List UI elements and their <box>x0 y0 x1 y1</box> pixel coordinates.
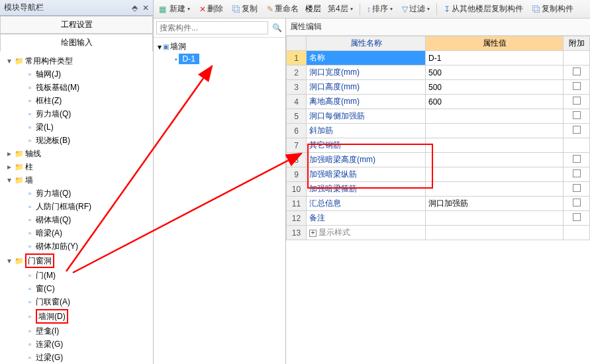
property-value[interactable] <box>426 167 564 182</box>
tree-label: 人防门框墙(RF) <box>36 201 91 212</box>
attach-checkbox[interactable] <box>564 95 590 109</box>
component-item[interactable]: ▪D-1 <box>156 53 283 65</box>
tree-node[interactable]: ▫过梁(G) <box>15 351 152 364</box>
property-row[interactable]: 4离地高度(mm)600 <box>287 95 590 109</box>
leaf-icon: ▫ <box>25 189 34 198</box>
tree-node[interactable]: ▾📁墙 <box>4 173 152 187</box>
property-value[interactable] <box>426 124 564 138</box>
tree-node[interactable]: ▫砌体加筋(Y) <box>15 240 152 253</box>
tree-node[interactable]: ▫现浇板(B) <box>15 134 152 147</box>
new-button[interactable]: ▦新建▾ <box>156 2 193 16</box>
copy-from-button[interactable]: ↧从其他楼层复制构件 <box>441 2 526 16</box>
tree-node[interactable]: ▫砌体墙(Q) <box>15 213 152 226</box>
property-row[interactable]: 10加强暗梁箍筋 <box>287 182 590 197</box>
tree-label: 连梁(G) <box>36 338 63 350</box>
property-row[interactable]: 11汇总信息洞口加强筋 <box>287 197 590 211</box>
copy-button[interactable]: ⿻复制 <box>230 2 260 16</box>
property-row[interactable]: 5洞口每侧加强筋 <box>287 109 590 124</box>
tree-label: 砌体墙(Q) <box>36 214 71 226</box>
property-value[interactable]: 洞口加强筋 <box>426 197 564 211</box>
tree-node[interactable]: ▫壁龛(I) <box>15 324 152 338</box>
search-input[interactable] <box>156 21 268 34</box>
property-row[interactable]: 2洞口宽度(mm)500 <box>287 66 590 80</box>
property-value[interactable] <box>426 109 564 124</box>
tree-node[interactable]: ▾📁常用构件类型 <box>4 54 152 68</box>
pin-icon[interactable]: ⬘ <box>132 3 138 13</box>
tree-node[interactable]: ▫暗梁(A) <box>15 226 152 240</box>
attach-checkbox[interactable] <box>564 109 590 124</box>
tree-label: 门联窗(A) <box>36 296 70 308</box>
property-value[interactable]: D-1 <box>426 51 564 66</box>
property-value[interactable] <box>426 211 564 226</box>
property-name: 汇总信息 <box>307 197 426 211</box>
attach-checkbox[interactable] <box>564 124 590 138</box>
attach-checkbox[interactable] <box>564 167 590 182</box>
property-row[interactable]: 12备注 <box>287 211 590 226</box>
property-name: 名称 <box>307 51 426 66</box>
tree-node[interactable]: ▾📁门窗洞 <box>4 253 152 269</box>
property-value[interactable]: 500 <box>426 80 564 95</box>
leaf-icon: ▫ <box>25 69 34 79</box>
folder-icon: 📁 <box>15 175 24 185</box>
property-row[interactable]: 13+ 显示样式 <box>287 226 590 240</box>
property-row[interactable]: 1名称D-1 <box>287 51 590 66</box>
property-row[interactable]: 3洞口高度(mm)500 <box>287 80 590 95</box>
attach-checkbox[interactable] <box>564 80 590 95</box>
nav-tree[interactable]: ▾📁常用构件类型▫轴网(J)▫筏板基础(M)▫框柱(Z)▫剪力墙(Q)▫梁(L)… <box>1 54 152 364</box>
close-icon[interactable]: ✕ <box>142 3 149 13</box>
tree-node[interactable]: ▫门(M) <box>15 269 152 282</box>
delete-button[interactable]: ✕删除 <box>197 2 226 16</box>
tab-project-settings[interactable]: 工程设置 <box>0 16 153 34</box>
layer-selector[interactable]: 第4层▾ <box>325 2 356 16</box>
filter-button[interactable]: ▽过滤▾ <box>399 2 432 16</box>
property-value[interactable]: 500 <box>426 66 564 80</box>
tree-node[interactable]: ▫梁(L) <box>15 120 152 134</box>
property-row[interactable]: 6斜加筋 <box>287 124 590 138</box>
property-row[interactable]: 7其它钢筋 <box>287 138 590 153</box>
sort-button[interactable]: ↕排序▾ <box>364 2 395 16</box>
attach-checkbox[interactable] <box>564 197 590 211</box>
attach-checkbox[interactable] <box>564 66 590 80</box>
attach-checkbox[interactable] <box>564 153 590 167</box>
leaf-icon: ▫ <box>25 284 34 293</box>
leaf-icon: ▫ <box>25 83 34 92</box>
property-name: 洞口高度(mm) <box>307 80 426 95</box>
tree-node[interactable]: ▫墙洞(D) <box>15 308 152 324</box>
component-root[interactable]: ▾▣墙洞 <box>156 40 283 53</box>
attach-checkbox[interactable] <box>564 51 590 66</box>
tree-node[interactable]: ▫连梁(G) <box>15 338 152 351</box>
tree-node[interactable]: ▸📁柱 <box>4 160 152 173</box>
tree-label: 过梁(G) <box>36 351 63 363</box>
property-value[interactable] <box>426 138 564 153</box>
tree-node[interactable]: ▫剪力墙(Q) <box>15 107 152 120</box>
tree-node[interactable]: ▫剪力墙(Q) <box>15 187 152 200</box>
property-value[interactable]: 600 <box>426 95 564 109</box>
tree-node[interactable]: ▫轴网(J) <box>15 68 152 81</box>
attach-checkbox[interactable] <box>564 182 590 197</box>
copy-component-button[interactable]: ⿻复制构件 <box>530 2 576 16</box>
expand-icon[interactable]: + <box>309 230 317 237</box>
attach-checkbox[interactable] <box>564 226 590 240</box>
tree-node[interactable]: ▸📁轴线 <box>4 147 152 160</box>
tree-label: 窗(C) <box>36 283 55 295</box>
tree-node[interactable]: ▫框柱(Z) <box>15 94 152 107</box>
tree-node[interactable]: ▫窗(C) <box>15 282 152 295</box>
attach-checkbox[interactable] <box>564 138 590 153</box>
leaf-icon: ▫ <box>25 312 34 321</box>
tree-node[interactable]: ▫筏板基础(M) <box>15 81 152 94</box>
property-table[interactable]: 属性名称 属性值 附加 1名称D-12洞口宽度(mm)5003洞口高度(mm)5… <box>286 36 590 240</box>
search-icon[interactable]: 🔍 <box>271 22 283 34</box>
component-tree[interactable]: ▾▣墙洞▪D-1 <box>154 38 285 68</box>
tree-node[interactable]: ▫门联窗(A) <box>15 295 152 308</box>
panel-title: 模块导航栏 <box>4 2 129 13</box>
attach-checkbox[interactable] <box>564 211 590 226</box>
property-value[interactable] <box>426 182 564 197</box>
property-value[interactable] <box>426 153 564 167</box>
property-row[interactable]: 9加强暗梁纵筋 <box>287 167 590 182</box>
tab-drawing-input[interactable]: 绘图输入 <box>0 34 153 52</box>
rename-button[interactable]: ✎重命名 <box>264 2 301 16</box>
component-icon: ▣ <box>163 43 169 50</box>
property-row[interactable]: 8加强暗梁高度(mm) <box>287 153 590 167</box>
tree-node[interactable]: ▫人防门框墙(RF) <box>15 200 152 213</box>
property-value[interactable] <box>426 226 564 240</box>
